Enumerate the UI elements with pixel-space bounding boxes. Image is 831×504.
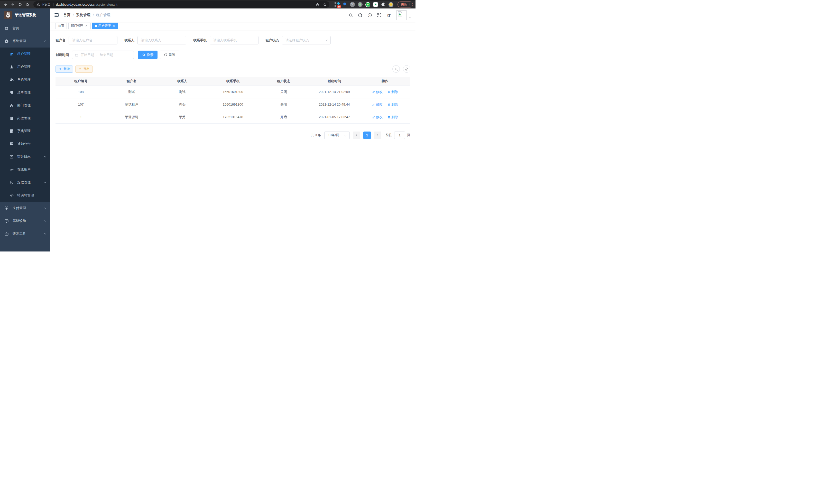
tag-tenant[interactable]: 租户管理 [92,23,118,29]
contact-input[interactable] [138,36,186,45]
sidebar-item-sms[interactable]: 短信管理 [0,176,50,189]
page-size-select[interactable]: 10条/页 [324,131,350,139]
download-icon [79,67,82,71]
app-title: 芋道管理系统 [15,13,36,18]
prev-page-button[interactable] [353,131,360,139]
col-created: 创建时间 [309,77,360,86]
flag-extension-icon[interactable] [373,2,378,7]
pagination-total: 共 3 条 [311,133,321,138]
warning-icon [36,3,40,6]
export-button[interactable]: 导出 [75,65,93,73]
sidebar-item-dept[interactable]: 部门管理 [0,99,50,112]
browser-back-button[interactable] [3,2,9,8]
mobile-input[interactable] [210,36,258,45]
col-tenant-id: 租户编号 [56,77,106,86]
tag-home[interactable]: 首页 [56,23,67,29]
filter-tenant-name: 租户名 [56,36,117,45]
sidebar-item-home[interactable]: 首页 [0,22,50,35]
address-bar[interactable]: 不安全 dashboard.yudao.iocoder.cn/system/te… [33,1,329,8]
browser-reload-button[interactable] [17,2,23,8]
sidebar-item-post[interactable]: 岗位管理 [0,112,50,125]
edit-button[interactable]: 修改 [372,102,382,107]
tenant-name-input[interactable] [68,36,117,45]
command-extension-icon[interactable]: ⌘ [350,2,355,7]
breadcrumb-system[interactable]: 系统管理 [76,13,90,18]
sidebar-item-role[interactable]: 角色管理 [0,73,50,86]
avatar [397,10,406,20]
github-icon[interactable] [358,13,363,18]
site-security-indicator[interactable]: 不安全 [36,2,51,7]
sidebar-item-user[interactable]: 用户管理 [0,60,50,73]
refresh-table-button[interactable] [403,65,410,73]
browser-forward-button[interactable] [10,2,16,8]
sidebar-item-online-users[interactable]: 在线用户 [0,163,50,176]
delete-button[interactable]: 删除 [388,115,398,119]
sidebar-item-error-code[interactable]: 错误码管理 [0,189,50,202]
col-status: 租户状态 [258,77,309,86]
close-icon[interactable] [85,24,88,28]
message-icon [9,142,14,146]
status-select-input[interactable] [282,36,331,45]
edit-icon [372,103,375,106]
chevron-down-icon [44,181,47,184]
status-select[interactable] [282,36,331,45]
toggle-search-button[interactable] [392,65,400,73]
goto-page-input[interactable] [394,131,405,139]
extensions-puzzle-icon[interactable] [381,2,386,7]
table-row: 1 芋道源码 芋艿 17321315478 开启 2021-01-05 17:0… [56,111,410,123]
sidebar-item-pay[interactable]: 支付管理 [0,202,50,214]
recorder-extension-icon[interactable] [358,2,363,7]
sidebar-item-infra[interactable]: 基础设施 [0,214,50,227]
profile-avatar-icon[interactable] [389,2,393,7]
breadcrumb-home[interactable]: 首页 [63,13,70,18]
date-range-picker[interactable]: 开始日期 - 结束日期 [72,51,134,59]
chevron-down-icon [44,232,47,235]
share-icon[interactable] [315,2,321,8]
breadcrumb: 首页 / 系统管理 / 租户管理 [63,13,111,18]
close-icon[interactable] [112,24,116,28]
header-search-icon[interactable] [348,13,353,18]
tag-dept[interactable]: 部门管理 [68,23,91,29]
browser-home-button[interactable] [24,2,30,8]
balloon-extension-icon[interactable] [342,2,347,7]
sidebar-item-system[interactable]: 系统管理 [0,35,50,48]
goto-label: 前往 [385,133,392,138]
next-page-button[interactable] [374,131,381,139]
y-logo-extension-icon[interactable]: y [365,2,370,7]
add-button[interactable]: 新增 [56,65,73,73]
delete-button[interactable]: 删除 [388,102,398,107]
edit-button[interactable]: 修改 [372,90,382,94]
browser-update-button[interactable]: 更新 [398,2,413,7]
font-size-icon[interactable]: tT [386,13,391,18]
sidebar-toggle-icon[interactable] [54,12,59,18]
top-navbar: 首页 / 系统管理 / 租户管理 ? tT [50,8,416,22]
plus-icon [59,67,62,71]
filter-create-time: 创建时间 开始日期 - 结束日期 [56,51,134,59]
monitor-icon [4,219,9,223]
sidebar-item-notice[interactable]: 通知公告 [0,138,50,150]
tab-manager-extension-icon[interactable]: 10 [335,2,339,7]
browser-menu-kebab-icon[interactable] [409,3,410,6]
delete-button[interactable]: 删除 [388,90,398,94]
sidebar-item-menu[interactable]: 菜单管理 [0,86,50,99]
sidebar-item-dict[interactable]: 字典管理 [0,125,50,138]
table-header-row: 租户编号 租户名 联系人 联系手机 租户状态 创建时间 操作 [56,77,410,86]
edit-button[interactable]: 修改 [372,115,382,119]
table-row: 107 测试租户 秃头 15601691300 关闭 2021-12-14 20… [56,98,410,111]
search-button[interactable]: 搜索 [138,51,157,59]
users-icon [9,52,14,56]
app-logo[interactable]: 芋道管理系统 [0,8,50,22]
bookmark-star-icon[interactable] [322,2,328,8]
url-host: dashboard.yudao.iocoder.cn [56,3,96,6]
create-time-label: 创建时间 [56,53,72,57]
user-avatar-menu[interactable] [397,10,411,20]
fullscreen-icon[interactable] [377,13,381,18]
page-number-1[interactable]: 1 [363,131,371,139]
table-row: 108 测试 测试 15601691300 关闭 2021-12-14 21:0… [56,86,410,98]
sidebar-item-tenant[interactable]: 租户管理 [0,48,50,60]
help-icon[interactable]: ? [368,13,372,18]
sidebar-item-dev-tools[interactable]: 研发工具 [0,227,50,240]
reset-button[interactable]: 重置 [160,51,179,59]
sidebar-item-audit-log[interactable]: 审计日志 [0,150,50,163]
extensions-area: 10 ⌘ y [333,2,396,7]
